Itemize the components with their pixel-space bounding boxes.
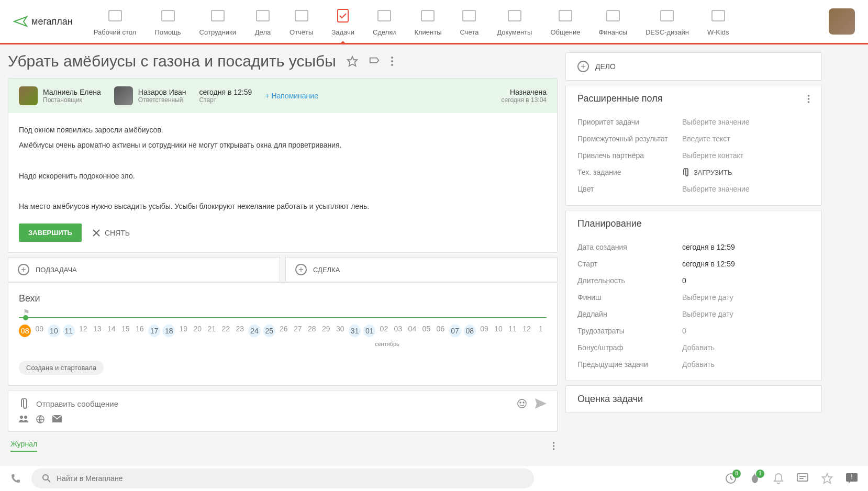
nav-DESC-дизайн[interactable]: DESC-дизайн [646, 7, 689, 36]
field-row[interactable]: Дата созданиясегодня в 12:59 [577, 239, 810, 255]
day-1[interactable]: 1 [535, 325, 547, 337]
day-18[interactable]: 18 [163, 325, 175, 337]
user-avatar[interactable] [829, 8, 855, 35]
more-icon[interactable] [807, 94, 810, 104]
globe-icon[interactable] [36, 415, 44, 423]
bell-icon[interactable] [773, 473, 784, 484]
nav-Сделки[interactable]: Сделки [373, 7, 396, 36]
day-07[interactable]: 07 [449, 325, 461, 337]
day-06[interactable]: 06 [435, 325, 446, 337]
message-input[interactable] [36, 399, 509, 408]
nav-Сотрудники[interactable]: Сотрудники [199, 7, 236, 36]
day-12[interactable]: 12 [77, 325, 89, 337]
day-17[interactable]: 17 [148, 325, 160, 337]
fire-icon[interactable]: 1 [750, 473, 760, 484]
more-icon[interactable] [552, 441, 555, 451]
search-input[interactable] [57, 474, 524, 483]
field-row[interactable]: ФинишВыберите дату [577, 289, 810, 306]
day-27[interactable]: 27 [292, 325, 304, 337]
day-23[interactable]: 23 [234, 325, 246, 337]
field-row[interactable]: ДедлайнВыберите дату [577, 306, 810, 322]
assignee[interactable]: Назаров Иван Ответственный [114, 86, 186, 105]
remove-button[interactable]: СНЯТЬ [92, 229, 130, 237]
day-25[interactable]: 25 [263, 325, 275, 337]
day-29[interactable]: 29 [320, 325, 332, 337]
day-01[interactable]: 01 [363, 325, 375, 337]
field-row[interactable]: Трудозатраты0 [577, 322, 810, 339]
day-24[interactable]: 24 [248, 325, 260, 337]
nav-Общение[interactable]: Общение [550, 7, 580, 36]
day-11[interactable]: 11 [507, 325, 518, 337]
upload-button[interactable]: ЗАГРУЗИТЬ [682, 168, 732, 176]
field-row[interactable]: Приоритет задачиВыберите значение [577, 114, 810, 130]
owner[interactable]: Малниель Елена Постановщик [19, 86, 101, 105]
day-08[interactable]: 08 [464, 325, 476, 337]
day-31[interactable]: 31 [349, 325, 361, 337]
day-13[interactable]: 13 [92, 325, 103, 337]
phone-icon[interactable] [10, 473, 21, 484]
day-09[interactable]: 09 [34, 325, 45, 337]
nav-Помощь[interactable]: Помощь [154, 7, 181, 36]
tag-icon[interactable] [369, 55, 380, 67]
day-14[interactable]: 14 [106, 325, 117, 337]
nav-Счета[interactable]: Счета [460, 7, 479, 36]
day-08[interactable]: 08 [19, 325, 31, 337]
journal-tab[interactable]: Журнал [10, 440, 37, 452]
field-row[interactable]: Привлечь партнёраВыберите контакт [577, 147, 810, 164]
star-icon[interactable] [347, 55, 358, 67]
day-19[interactable]: 19 [177, 325, 189, 337]
nav-Финансы[interactable]: Финансы [598, 7, 627, 36]
day-09[interactable]: 09 [478, 325, 490, 337]
day-30[interactable]: 30 [335, 325, 346, 337]
nav-Отчёты[interactable]: Отчёты [290, 7, 313, 36]
chat-icon[interactable] [797, 473, 808, 484]
day-11[interactable]: 11 [63, 325, 75, 337]
complete-button[interactable]: ЗАВЕРШИТЬ [19, 224, 82, 242]
field-row[interactable]: Стартсегодня в 12:59 [577, 255, 810, 272]
add-deal[interactable]: + СДЕЛКА [285, 257, 558, 282]
star-icon[interactable] [821, 473, 833, 484]
nav-W-Kids[interactable]: W-Kids [707, 7, 729, 36]
emoji-icon[interactable] [517, 398, 527, 409]
milestones-title: Вехи [19, 293, 547, 304]
day-10[interactable]: 10 [48, 325, 60, 337]
feedback-icon[interactable]: ! [846, 473, 858, 484]
day-03[interactable]: 03 [392, 325, 404, 337]
add-reminder[interactable]: + Напоминание [265, 92, 318, 100]
clock-icon[interactable]: 8 [725, 473, 737, 484]
day-20[interactable]: 20 [192, 325, 203, 337]
day-15[interactable]: 15 [120, 325, 131, 337]
field-row[interactable]: Промежуточный результатВведите текст [577, 130, 810, 147]
people-icon[interactable] [19, 415, 28, 423]
nav-Рабочий стол[interactable]: Рабочий стол [94, 7, 137, 36]
day-04[interactable]: 04 [406, 325, 418, 337]
mail-icon[interactable] [52, 415, 62, 423]
planning-title: Планирование [577, 218, 642, 229]
search-bar[interactable] [31, 468, 534, 488]
add-subtask[interactable]: + ПОДЗАДАЧА [8, 257, 280, 282]
field-row[interactable]: Предыдущие задачиДобавить [577, 356, 810, 373]
days-row: 0809101112131415161718192021222324252627… [19, 325, 547, 337]
nav-Документы[interactable]: Документы [497, 7, 532, 36]
day-21[interactable]: 21 [206, 325, 217, 337]
nav-Задачи[interactable]: Задачи [331, 7, 354, 36]
more-icon[interactable] [391, 55, 394, 67]
day-12[interactable]: 12 [521, 325, 532, 337]
nav-Дела[interactable]: Дела [254, 7, 271, 36]
attach-icon[interactable] [19, 398, 28, 409]
add-delo-button[interactable]: + ДЕЛО [565, 52, 822, 81]
field-row[interactable]: ЦветВыберите значение [577, 181, 810, 197]
day-05[interactable]: 05 [420, 325, 432, 337]
day-26[interactable]: 26 [278, 325, 290, 337]
day-10[interactable]: 10 [493, 325, 504, 337]
day-28[interactable]: 28 [306, 325, 318, 337]
nav-Клиенты[interactable]: Клиенты [414, 7, 441, 36]
logo[interactable]: мегаплан [13, 14, 73, 29]
field-row[interactable]: Тех. заданиеЗАГРУЗИТЬ [577, 164, 810, 181]
field-row[interactable]: Длительность0 [577, 272, 810, 289]
day-22[interactable]: 22 [220, 325, 231, 337]
field-row[interactable]: Бонус/штрафДобавить [577, 339, 810, 356]
send-icon[interactable] [535, 398, 547, 409]
day-16[interactable]: 16 [134, 325, 146, 337]
day-02[interactable]: 02 [378, 325, 390, 337]
